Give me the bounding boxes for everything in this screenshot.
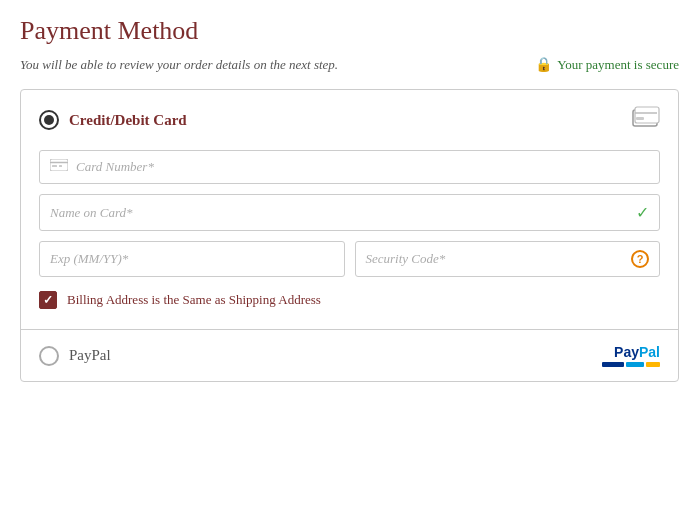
paypal-option: PayPal PayPal bbox=[21, 330, 678, 381]
card-form: Card Number* Name on Card* ✓ Exp (MM/YY)… bbox=[39, 150, 660, 309]
security-code-help-icon[interactable]: ? bbox=[631, 250, 649, 268]
exp-placeholder: Exp (MM/YY)* bbox=[50, 251, 128, 267]
billing-address-checkbox[interactable]: ✓ bbox=[39, 291, 57, 309]
name-valid-checkmark: ✓ bbox=[636, 203, 649, 222]
card-number-placeholder: Card Number* bbox=[76, 159, 154, 175]
name-on-card-placeholder: Name on Card* bbox=[50, 205, 133, 221]
svg-rect-3 bbox=[636, 117, 644, 120]
credit-card-label: Credit/Debit Card bbox=[69, 112, 187, 129]
name-on-card-field[interactable]: Name on Card* ✓ bbox=[39, 194, 660, 231]
credit-card-header: Credit/Debit Card bbox=[39, 106, 660, 134]
payment-section: Credit/Debit Card bbox=[20, 89, 679, 382]
secure-badge: 🔒 Your payment is secure bbox=[535, 56, 679, 73]
billing-address-label: Billing Address is the Same as Shipping … bbox=[67, 292, 321, 308]
exp-field[interactable]: Exp (MM/YY)* bbox=[39, 241, 345, 277]
security-code-field[interactable]: Security Code* ? bbox=[355, 241, 661, 277]
credit-card-radio[interactable] bbox=[39, 110, 59, 130]
secure-text: Your payment is secure bbox=[557, 57, 679, 73]
subtitle-row: You will be able to review your order de… bbox=[20, 56, 679, 73]
billing-address-row: ✓ Billing Address is the Same as Shippin… bbox=[39, 291, 660, 309]
paypal-label: PayPal bbox=[69, 347, 111, 364]
card-icon bbox=[632, 106, 660, 134]
svg-rect-7 bbox=[59, 165, 62, 167]
paypal-bar-lightblue bbox=[626, 362, 644, 367]
lock-icon: 🔒 bbox=[535, 56, 552, 73]
svg-rect-1 bbox=[635, 107, 659, 123]
subtitle-text: You will be able to review your order de… bbox=[20, 57, 338, 73]
paypal-bars bbox=[602, 362, 660, 367]
svg-rect-6 bbox=[52, 165, 57, 167]
card-number-field[interactable]: Card Number* bbox=[39, 150, 660, 184]
paypal-logo: PayPal bbox=[602, 344, 660, 367]
paypal-radio[interactable] bbox=[39, 346, 59, 366]
page-title: Payment Method bbox=[20, 16, 679, 46]
paypal-bar-gold bbox=[646, 362, 660, 367]
card-number-icon bbox=[50, 159, 68, 175]
credit-card-option: Credit/Debit Card bbox=[21, 90, 678, 330]
security-code-placeholder: Security Code* bbox=[366, 251, 446, 267]
exp-security-row: Exp (MM/YY)* Security Code* ? bbox=[39, 241, 660, 277]
paypal-bar-blue bbox=[602, 362, 624, 367]
